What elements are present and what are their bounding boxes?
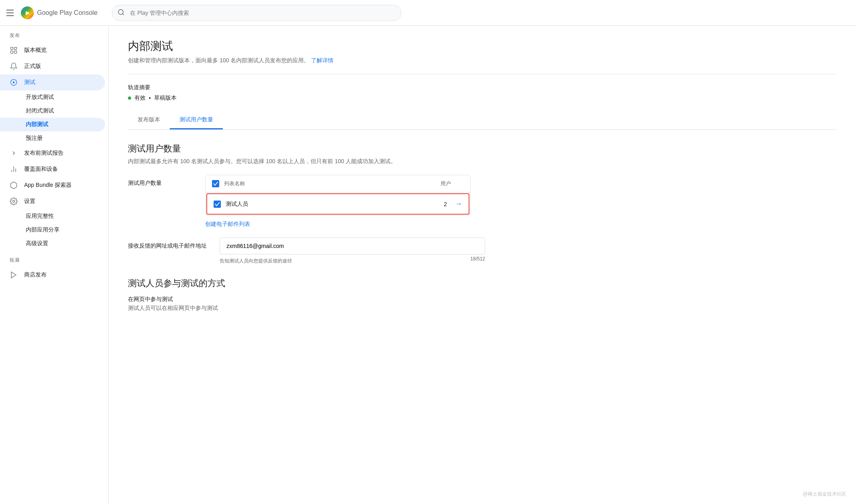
- sidebar-subitem-open-testing[interactable]: 开放式测试: [0, 90, 105, 104]
- sidebar-item-label: 设置: [24, 198, 35, 205]
- svg-rect-5: [14, 51, 17, 53]
- tab-testers-count[interactable]: 测试用户数量: [170, 111, 223, 129]
- sidebar-item-label: 覆盖面和设备: [24, 166, 58, 173]
- tester-row[interactable]: 测试人员 2 →: [209, 196, 467, 212]
- field-label-feedback: 接收反馈的网址或电子邮件地址: [128, 238, 207, 250]
- svg-marker-12: [11, 272, 16, 278]
- bell-icon: [10, 62, 18, 70]
- sidebar-section-expand: 拓展: [0, 250, 108, 267]
- tester-row-arrow-icon[interactable]: →: [455, 200, 462, 208]
- sidebar-item-store-publish[interactable]: 商店发布: [0, 267, 105, 283]
- sidebar-item-label: 应用完整性: [26, 213, 54, 219]
- sidebar-item-label: 正式版: [24, 63, 41, 70]
- logo-text: Google Play Console: [37, 9, 97, 16]
- logo: ▶ Google Play Console: [21, 6, 97, 19]
- participation-title: 测试人员参与测试的方式: [128, 277, 837, 289]
- participation-web-title: 在网页中参与测试: [128, 296, 837, 303]
- svg-line-1: [123, 13, 124, 14]
- sidebar-item-label: 预注册: [26, 135, 43, 141]
- create-email-list-link[interactable]: 创建电子邮件列表: [205, 221, 250, 228]
- tester-row-name: 测试人员: [226, 201, 410, 208]
- header-checkbox[interactable]: [212, 180, 219, 187]
- svg-point-11: [13, 201, 15, 203]
- sidebar-subitem-pre-registration[interactable]: 预注册: [0, 131, 105, 145]
- sidebar-item-label: App Bundle 探索器: [24, 182, 72, 189]
- testers-count-field-row: 测试用户数量 列表名称 用户: [128, 175, 837, 228]
- sidebar-subitem-advanced-settings[interactable]: 高级设置: [0, 237, 105, 250]
- sidebar-item-label: 测试: [24, 79, 35, 86]
- sidebar-item-label: 发布前测试报告: [24, 150, 64, 157]
- learn-more-link[interactable]: 了解详情: [311, 57, 333, 64]
- sidebar-item-label: 商店发布: [24, 271, 47, 279]
- svg-rect-3: [14, 47, 17, 50]
- tester-row-users: 2: [415, 201, 447, 207]
- track-status: 有效: [134, 94, 146, 102]
- section-title: 测试用户数量: [128, 143, 837, 155]
- sidebar-item-label: 内部测试: [26, 121, 48, 127]
- divider-1: [128, 74, 837, 74]
- testers-table-container: 列表名称 用户 测试人员 2 →: [205, 175, 837, 228]
- feedback-field-row: 接收反馈的网址或电子邮件地址 告知测试人员向您提供反馈的途径 18/512: [128, 238, 837, 264]
- gear-icon: [10, 197, 18, 205]
- sidebar-subitem-internal-testing[interactable]: 内部测试: [0, 118, 105, 131]
- search-input[interactable]: [112, 5, 401, 21]
- sidebar-item-label: 封闭式测试: [26, 107, 54, 114]
- sidebar-item-versions-overview[interactable]: 版本概览: [0, 42, 105, 58]
- tab-release-version[interactable]: 发布版本: [128, 111, 170, 129]
- participation-section: 测试人员参与测试的方式 在网页中参与测试 测试人员可以在相应网页中参与测试: [128, 277, 837, 312]
- sidebar-item-label: 高级设置: [26, 240, 48, 246]
- row-checkbox[interactable]: [214, 201, 221, 208]
- svg-rect-4: [11, 51, 13, 53]
- sidebar: 发布 版本概览 正式版 测试 开放式测试 封闭式测试 内部测试: [0, 26, 109, 504]
- sidebar-item-settings[interactable]: 设置: [0, 193, 105, 209]
- page-subtitle: 创建和管理内部测试版本，面向最多 100 名内部测试人员发布您的应用。 了解详情: [128, 57, 837, 64]
- feedback-input[interactable]: [220, 238, 485, 254]
- main-content: 内部测试 创建和管理内部测试版本，面向最多 100 名内部测试人员发布您的应用。…: [109, 26, 856, 504]
- track-summary-label: 轨道摘要: [128, 84, 837, 91]
- logo-icon: ▶: [21, 6, 34, 19]
- participation-row: 在网页中参与测试 测试人员可以在相应网页中参与测试: [128, 296, 837, 312]
- feedback-hint: 告知测试人员向您提供反馈的途径: [220, 258, 292, 264]
- grid-icon: [10, 46, 18, 54]
- play-icon: [10, 271, 18, 279]
- track-status-dot: [128, 96, 131, 100]
- search-bar: [112, 5, 401, 21]
- circle-play-icon: [10, 78, 18, 86]
- sidebar-subitem-closed-testing[interactable]: 封闭式测试: [0, 104, 105, 118]
- sidebar-subitem-app-integrity[interactable]: 应用完整性: [0, 209, 105, 223]
- topbar: ▶ Google Play Console: [0, 0, 856, 26]
- sidebar-item-testing[interactable]: 测试: [0, 74, 105, 90]
- search-icon: [117, 8, 125, 17]
- sidebar-item-label: 内部应用分享: [26, 226, 60, 233]
- watermark: @稀土掘金技术社区: [803, 491, 846, 498]
- table-header: 列表名称 用户: [206, 175, 470, 193]
- svg-point-0: [119, 9, 123, 14]
- table-header-users: 用户: [419, 180, 451, 187]
- tester-row-highlight-border: 测试人员 2 →: [206, 193, 469, 215]
- section-desc: 内部测试最多允许有 100 名测试人员参与。您可以选择 100 名以上人员，但只…: [128, 158, 837, 165]
- track-summary: 有效 • 草稿版本: [128, 94, 837, 102]
- layout: 发布 版本概览 正式版 测试 开放式测试 封闭式测试 内部测试: [0, 26, 856, 504]
- track-separator: •: [149, 95, 151, 101]
- sidebar-section-release: 发布: [0, 26, 108, 42]
- field-label-testers: 测试用户数量: [128, 175, 192, 187]
- sidebar-item-label: 版本概览: [24, 47, 47, 54]
- package-icon: [10, 181, 18, 189]
- sidebar-item-production[interactable]: 正式版: [0, 58, 105, 74]
- participation-web-desc: 测试人员可以在相应网页中参与测试: [128, 305, 837, 312]
- table-header-list-name: 列表名称: [224, 180, 414, 187]
- testers-table: 列表名称 用户 测试人员 2 →: [205, 175, 471, 216]
- sidebar-item-pre-launch-report[interactable]: 发布前测试报告: [0, 145, 105, 161]
- sidebar-subitem-internal-sharing[interactable]: 内部应用分享: [0, 223, 105, 237]
- page-title: 内部测试: [128, 39, 837, 54]
- svg-marker-7: [13, 81, 15, 84]
- menu-icon[interactable]: [6, 8, 16, 18]
- chevron-right-icon: [10, 149, 18, 157]
- chart-icon: [10, 165, 18, 173]
- sidebar-item-app-bundle[interactable]: App Bundle 探索器: [0, 177, 105, 193]
- feedback-input-wrap: 告知测试人员向您提供反馈的途径 18/512: [220, 238, 485, 264]
- track-draft: 草稿版本: [154, 94, 177, 102]
- tabs: 发布版本 测试用户数量: [128, 111, 837, 130]
- sidebar-item-coverage[interactable]: 覆盖面和设备: [0, 161, 105, 177]
- sidebar-item-label: 开放式测试: [26, 94, 54, 100]
